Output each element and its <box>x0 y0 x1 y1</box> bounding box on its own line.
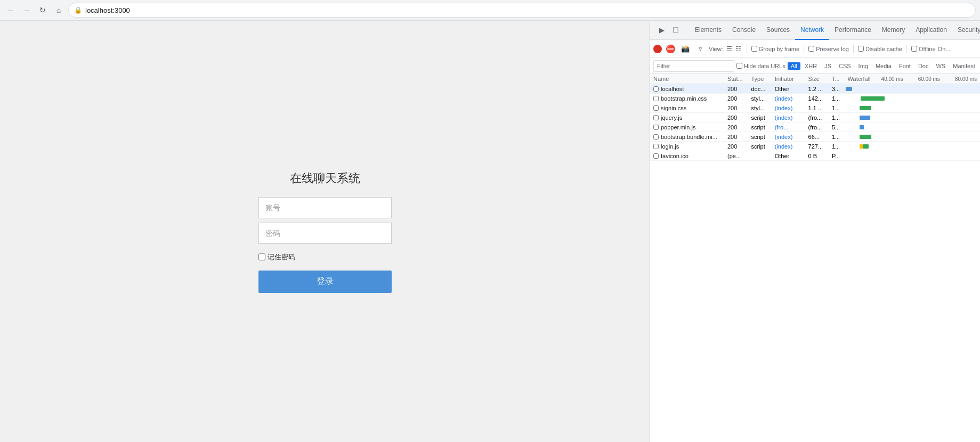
address-bar[interactable]: 🔒 localhost:3000 <box>68 3 976 18</box>
row-checkbox[interactable] <box>653 86 659 92</box>
row-checkbox[interactable] <box>653 144 659 149</box>
cell-time: 1... <box>829 113 845 122</box>
filter-type-manifest[interactable]: Manifest <box>950 62 978 70</box>
table-row[interactable]: login.js200script(index)727...1... <box>650 142 980 151</box>
hide-data-urls-checkbox[interactable]: Hide data URLs <box>736 63 785 69</box>
table-row[interactable]: popper.min.js200script(fro...(fro...5... <box>650 122 980 132</box>
initiator-link[interactable]: (index) <box>775 114 793 121</box>
tab-security[interactable]: Security <box>952 21 980 40</box>
cell-waterfall <box>845 142 980 151</box>
tab-elements[interactable]: Elements <box>690 21 727 40</box>
tab-memory[interactable]: Memory <box>877 21 910 40</box>
tab-network[interactable]: Network <box>795 21 829 40</box>
tab-sources[interactable]: Sources <box>761 21 795 40</box>
filter-type-xhr[interactable]: XHR <box>801 62 820 70</box>
initiator-link[interactable]: (index) <box>775 105 793 111</box>
offline-checkbox[interactable]: Offline <box>911 46 936 52</box>
reload-button[interactable]: ↻ <box>36 4 49 17</box>
browser-toolbar: ← → ↻ ⌂ 🔒 localhost:3000 <box>0 0 980 20</box>
filter-type-img[interactable]: Img <box>855 62 871 70</box>
filter-toggle-button[interactable]: ▿ <box>694 43 707 55</box>
cell-name: login.js <box>650 142 724 151</box>
back-button[interactable]: ← <box>4 4 17 17</box>
row-checkbox[interactable] <box>653 125 659 130</box>
disable-cache-checkbox[interactable]: Disable cache <box>858 46 902 52</box>
inspect-icon[interactable]: ▶ <box>655 24 668 37</box>
col-size[interactable]: Size <box>805 74 829 84</box>
cell-waterfall <box>845 132 980 142</box>
table-row[interactable]: jquery.js200script(index)(fro...1... <box>650 113 980 122</box>
tab-console[interactable]: Console <box>727 21 761 40</box>
wf-label: Waterfall <box>848 76 871 82</box>
cell-time: 1... <box>829 103 845 113</box>
cell-type: styl... <box>748 103 771 113</box>
name-text: signin.css <box>661 105 686 111</box>
group-by-frame-checkbox[interactable]: Group by frame <box>751 46 799 52</box>
col-initiator[interactable]: Initiator <box>772 74 805 84</box>
filter-type-css[interactable]: CSS <box>836 62 854 70</box>
initiator-link[interactable]: (index) <box>775 143 793 150</box>
cell-name: jquery.js <box>650 113 724 122</box>
col-name[interactable]: Name <box>650 74 724 84</box>
filter-type-doc[interactable]: Doc <box>915 62 932 70</box>
row-checkbox[interactable] <box>653 105 659 111</box>
screenshot-button[interactable]: 📸 <box>679 43 692 55</box>
table-row[interactable]: bootstrap.min.css200styl...(index)142...… <box>650 94 980 103</box>
initiator-link[interactable]: (fro... <box>775 124 789 130</box>
device-icon[interactable]: ☐ <box>669 24 682 37</box>
home-button[interactable]: ⌂ <box>52 4 65 17</box>
row-checkbox[interactable] <box>653 134 659 140</box>
cell-time: 1... <box>829 132 845 142</box>
row-checkbox[interactable] <box>653 115 659 120</box>
network-table-wrap[interactable]: Name Stat... Type Initiator Size T... Wa… <box>650 74 980 442</box>
cell-size: (fro... <box>805 113 829 122</box>
cell-status: (pe... <box>724 151 748 161</box>
password-input[interactable] <box>258 223 392 244</box>
page-content: 在线聊天系统 记住密码 登录 <box>0 21 650 442</box>
tab-performance[interactable]: Performance <box>829 21 877 40</box>
col-time[interactable]: T... <box>829 74 845 84</box>
cell-size: 1.2 ... <box>805 84 829 94</box>
forward-button[interactable]: → <box>20 4 33 17</box>
table-row[interactable]: bootstrap.bundle.mi...200script(index)66… <box>650 132 980 142</box>
table-row[interactable]: favicon.ico(pe...Other0 BP... <box>650 151 980 161</box>
waterfall-bar-green <box>863 144 869 149</box>
tab-application[interactable]: Application <box>910 21 952 40</box>
remember-checkbox[interactable] <box>258 253 265 260</box>
clear-button[interactable]: ⛔ <box>664 43 677 55</box>
filter-type-js[interactable]: JS <box>821 62 835 70</box>
filter-input[interactable] <box>653 60 734 72</box>
cell-status: 200 <box>724 103 748 113</box>
login-button[interactable]: 登录 <box>258 271 392 293</box>
table-row[interactable]: localhost200doc...Other1.2 ...3... <box>650 84 980 94</box>
table-row[interactable]: signin.css200styl...(index)1.1 ...1... <box>650 103 980 113</box>
online-label[interactable]: On... <box>938 46 951 52</box>
col-waterfall[interactable]: Waterfall 40.00 ms 60.00 ms 80.00 ms <box>845 74 980 84</box>
row-checkbox[interactable] <box>653 153 659 159</box>
toolbar-separator3 <box>853 45 854 53</box>
network-table: Name Stat... Type Initiator Size T... Wa… <box>650 74 980 161</box>
preserve-log-checkbox[interactable]: Preserve log <box>808 46 849 52</box>
name-text: jquery.js <box>661 114 682 121</box>
username-input[interactable] <box>258 197 392 218</box>
cell-initiator: Other <box>772 84 805 94</box>
filter-type-font[interactable]: Font <box>896 62 914 70</box>
col-type[interactable]: Type <box>748 74 771 84</box>
group-view-icon[interactable]: ☷ <box>734 44 742 54</box>
row-checkbox[interactable] <box>653 96 659 101</box>
table-header-row: Name Stat... Type Initiator Size T... Wa… <box>650 74 980 84</box>
filter-type-all[interactable]: All <box>788 62 800 70</box>
filter-types: All XHR JS CSS Img Media Font Doc WS Man… <box>788 62 980 70</box>
cell-waterfall <box>845 122 980 132</box>
filter-type-media[interactable]: Media <box>872 62 895 70</box>
list-view-icon[interactable]: ☰ <box>725 44 733 54</box>
col-status[interactable]: Stat... <box>724 74 748 84</box>
initiator-link[interactable]: (index) <box>775 134 793 140</box>
record-button[interactable] <box>653 45 662 53</box>
initiator-link[interactable]: (index) <box>775 95 793 102</box>
filter-type-ws[interactable]: WS <box>933 62 949 70</box>
waterfall-header: Waterfall 40.00 ms 60.00 ms 80.00 ms <box>848 76 977 82</box>
cell-waterfall <box>845 151 980 161</box>
cell-initiator: (index) <box>772 113 805 122</box>
cell-status: 200 <box>724 94 748 103</box>
